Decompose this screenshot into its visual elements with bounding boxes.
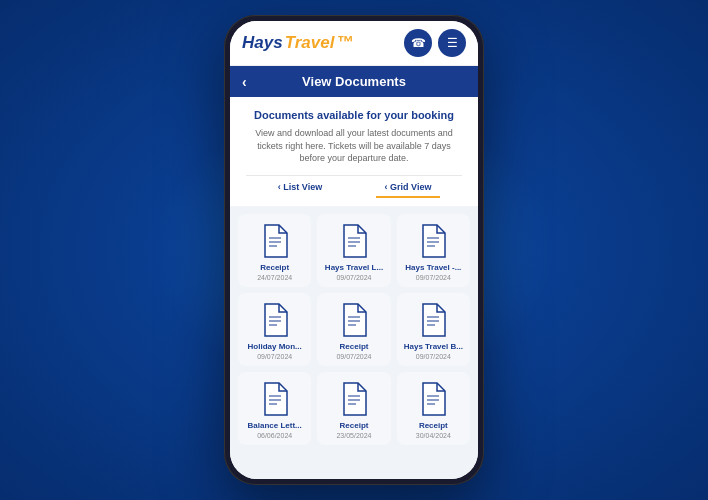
content-header: Documents available for your booking Vie…	[230, 97, 478, 206]
app-header: Hays Travel ™ ☎ ☰	[230, 21, 478, 66]
doc-name: Holiday Mon...	[248, 342, 302, 351]
doc-date: 24/07/2024	[257, 274, 292, 281]
doc-item[interactable]: Hays Travel B... 09/07/2024	[397, 293, 470, 366]
doc-file-icon	[419, 303, 447, 337]
phone-screen: Hays Travel ™ ☎ ☰ ‹ View Documents Docum…	[230, 21, 478, 479]
doc-name: Receipt	[260, 263, 289, 272]
doc-item[interactable]: Receipt 24/07/2024	[238, 214, 311, 287]
grid-view-button[interactable]: ‹ Grid View	[354, 176, 462, 198]
nav-title: View Documents	[302, 74, 406, 89]
content-area: Documents available for your booking Vie…	[230, 97, 478, 479]
doc-file-icon	[340, 303, 368, 337]
phone-frame: Hays Travel ™ ☎ ☰ ‹ View Documents Docum…	[224, 15, 484, 485]
doc-item[interactable]: Holiday Mon... 09/07/2024	[238, 293, 311, 366]
phone-button[interactable]: ☎	[404, 29, 432, 57]
doc-item[interactable]: Hays Travel -... 09/07/2024	[397, 214, 470, 287]
doc-item[interactable]: Receipt 30/04/2024	[397, 372, 470, 445]
view-toggle: ‹ List View ‹ Grid View	[246, 175, 462, 198]
doc-date: 09/07/2024	[336, 353, 371, 360]
doc-file-icon	[340, 382, 368, 416]
doc-file-icon	[261, 224, 289, 258]
doc-item[interactable]: Hays Travel L... 09/07/2024	[317, 214, 390, 287]
logo-hays: Hays	[242, 33, 283, 53]
doc-name: Receipt	[340, 421, 369, 430]
doc-name: Hays Travel L...	[325, 263, 383, 272]
logo-tm: ™	[336, 33, 353, 53]
header-icons: ☎ ☰	[404, 29, 466, 57]
doc-name: Receipt	[340, 342, 369, 351]
nav-bar: ‹ View Documents	[230, 66, 478, 97]
doc-date: 30/04/2024	[416, 432, 451, 439]
doc-item[interactable]: Receipt 23/05/2024	[317, 372, 390, 445]
doc-date: 09/07/2024	[336, 274, 371, 281]
doc-file-icon	[419, 382, 447, 416]
doc-item[interactable]: Receipt 09/07/2024	[317, 293, 390, 366]
logo-travel: Travel	[285, 33, 335, 53]
doc-file-icon	[261, 303, 289, 337]
doc-date: 23/05/2024	[336, 432, 371, 439]
doc-name: Balance Lett...	[248, 421, 302, 430]
doc-file-icon	[261, 382, 289, 416]
doc-date: 09/07/2024	[416, 274, 451, 281]
menu-icon: ☰	[447, 36, 458, 50]
booking-title: Documents available for your booking	[246, 109, 462, 121]
menu-button[interactable]: ☰	[438, 29, 466, 57]
list-view-button[interactable]: ‹ List View	[246, 176, 354, 198]
doc-name: Receipt	[419, 421, 448, 430]
doc-item[interactable]: Balance Lett... 06/06/2024	[238, 372, 311, 445]
logo-area: Hays Travel ™	[242, 33, 353, 53]
doc-name: Hays Travel -...	[405, 263, 461, 272]
document-grid: Receipt 24/07/2024 Hays Travel L... 09/0…	[230, 206, 478, 453]
doc-name: Hays Travel B...	[404, 342, 463, 351]
booking-subtitle: View and download all your latest docume…	[246, 127, 462, 165]
doc-date: 09/07/2024	[416, 353, 451, 360]
back-button[interactable]: ‹	[242, 74, 247, 90]
doc-date: 09/07/2024	[257, 353, 292, 360]
doc-file-icon	[340, 224, 368, 258]
doc-file-icon	[419, 224, 447, 258]
doc-date: 06/06/2024	[257, 432, 292, 439]
phone-icon: ☎	[411, 36, 426, 50]
